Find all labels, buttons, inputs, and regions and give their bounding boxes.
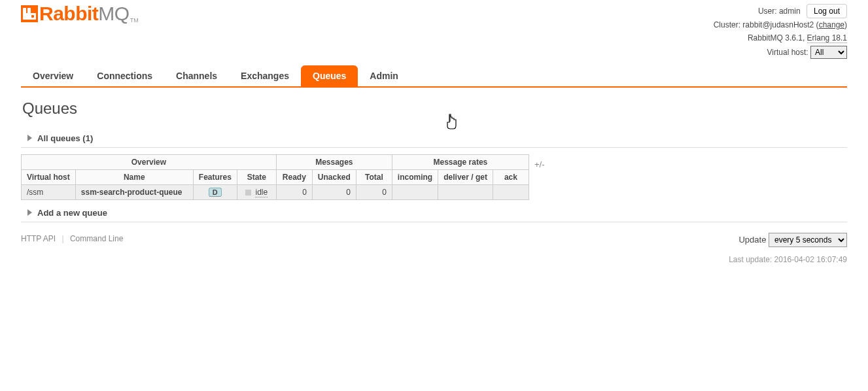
cell-incoming — [392, 184, 438, 199]
erlang-version: Erlang 18.1 — [807, 33, 847, 43]
col-group-messages: Messages — [276, 154, 392, 169]
state-dot-icon — [245, 190, 251, 196]
col-ack[interactable]: ack — [493, 169, 529, 184]
http-api-link[interactable]: HTTP API — [21, 234, 56, 243]
cell-deliver — [438, 184, 493, 199]
caret-right-icon — [27, 135, 32, 141]
col-incoming[interactable]: incoming — [392, 169, 438, 184]
section-add-queue[interactable]: Add a new queue — [21, 204, 847, 222]
section-all-queues[interactable]: All queues (1) — [21, 129, 847, 147]
col-deliver[interactable]: deliver / get — [438, 169, 493, 184]
tab-overview[interactable]: Overview — [21, 65, 85, 86]
svg-rect-3 — [31, 15, 34, 18]
col-state[interactable]: State — [237, 169, 276, 184]
caret-right-icon — [27, 209, 32, 216]
tab-admin[interactable]: Admin — [358, 65, 410, 86]
section-all-queues-label: All queues (1) — [37, 133, 93, 143]
user-value: admin — [779, 7, 801, 16]
section-add-queue-label: Add a new queue — [37, 208, 107, 218]
version-text: RabbitMQ 3.6.1, — [748, 33, 805, 42]
col-name[interactable]: Name — [75, 169, 193, 184]
logo-text-rabbit: Rabbit — [39, 3, 98, 24]
rabbitmq-logo-icon — [21, 5, 38, 22]
logout-button[interactable]: Log out — [807, 4, 847, 18]
cell-features: D — [193, 184, 237, 199]
col-vhost[interactable]: Virtual host — [22, 169, 76, 184]
feature-badge-durable: D — [209, 188, 222, 197]
cluster-label: Cluster: — [714, 20, 740, 29]
vhost-label: Virtual host: — [767, 48, 808, 57]
vhost-select[interactable]: All — [810, 46, 847, 59]
user-label: User: — [758, 7, 777, 16]
cell-vhost: /ssm — [22, 184, 76, 199]
cell-name[interactable]: ssm-search-product-queue — [75, 184, 193, 199]
footer-separator: | — [61, 234, 63, 243]
command-line-link[interactable]: Command Line — [70, 234, 123, 243]
tab-queues[interactable]: Queues — [301, 65, 358, 86]
col-group-overview: Overview — [22, 154, 277, 169]
cell-ready: 0 — [276, 184, 312, 199]
cluster-value: rabbit@judasnHost2 — [742, 20, 814, 29]
cell-ack — [493, 184, 529, 199]
tab-connections[interactable]: Connections — [85, 65, 164, 86]
cluster-change-link[interactable]: change — [819, 20, 844, 29]
col-group-rates: Message rates — [392, 154, 529, 169]
tab-channels[interactable]: Channels — [164, 65, 229, 86]
queues-table: Overview Messages Message rates Virtual … — [21, 154, 529, 200]
update-interval-select[interactable]: every 5 seconds — [769, 233, 847, 247]
page-title: Queues — [22, 99, 847, 118]
cell-unacked: 0 — [312, 184, 356, 199]
cell-state: idle — [237, 184, 276, 199]
divider — [21, 147, 847, 148]
col-features[interactable]: Features — [193, 169, 237, 184]
cell-total: 0 — [356, 184, 392, 199]
main-tabs: Overview Connections Channels Exchanges … — [21, 65, 847, 88]
col-unacked[interactable]: Unacked — [312, 169, 356, 184]
last-update-text: Last update: 2016-04-02 16:07:49 — [21, 255, 847, 264]
col-ready[interactable]: Ready — [276, 169, 312, 184]
divider — [21, 222, 847, 222]
update-label: Update — [738, 235, 766, 245]
table-row: /ssm ssm-search-product-queue D idle 0 0… — [22, 184, 529, 199]
columns-toggle[interactable]: +/- — [534, 160, 545, 169]
col-total[interactable]: Total — [356, 169, 392, 184]
tab-exchanges[interactable]: Exchanges — [229, 65, 301, 86]
logo-text-mq: MQ — [98, 3, 129, 24]
logo: RabbitMQ TM — [21, 3, 138, 25]
logo-trademark: TM — [130, 17, 139, 24]
